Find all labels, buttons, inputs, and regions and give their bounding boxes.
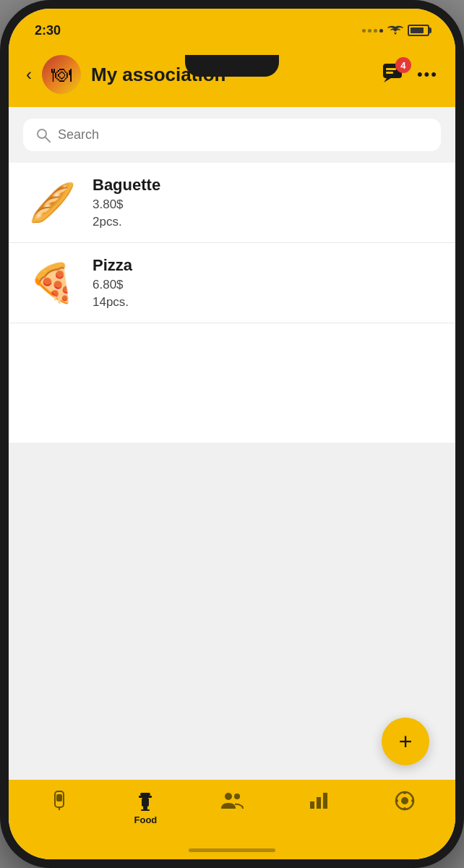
svg-rect-8	[56, 794, 62, 801]
svg-point-4	[38, 129, 46, 138]
food-price-baguette: 3.80$	[93, 197, 160, 212]
food-image-pizza: 🍕	[26, 257, 78, 309]
food-price-pizza: 6.80$	[93, 278, 132, 292]
svg-line-5	[46, 137, 50, 142]
food-name-baguette: Baguette	[93, 176, 160, 195]
content-spacer	[9, 443, 455, 723]
phone-frame: 2:30 ‹	[0, 0, 464, 868]
svg-rect-9	[140, 793, 150, 796]
settings-icon	[394, 790, 416, 812]
svg-rect-11	[142, 798, 149, 807]
search-container	[9, 107, 455, 163]
battery-icon	[408, 25, 429, 36]
status-icons	[362, 25, 429, 36]
svg-rect-2	[386, 68, 396, 70]
nav-item-drink[interactable]	[16, 790, 103, 814]
notification-badge: 4	[395, 57, 411, 73]
add-food-button[interactable]: +	[382, 718, 429, 765]
home-indicator	[189, 848, 275, 852]
food-details-baguette: Baguette 3.80$ 2pcs.	[93, 176, 160, 229]
food-list: 🥖 Baguette 3.80$ 2pcs. 🍕 Pizza 6.80$ 14p…	[9, 163, 455, 443]
svg-rect-18	[323, 793, 327, 809]
svg-rect-16	[310, 801, 314, 809]
avatar: 🍽	[42, 55, 81, 94]
svg-point-14	[225, 793, 232, 800]
header-actions: 4 •••	[382, 63, 438, 86]
status-bar: 2:30	[9, 9, 455, 46]
back-button[interactable]: ‹	[26, 64, 32, 85]
nav-label-food: Food	[134, 814, 158, 825]
phone-screen: 2:30 ‹	[9, 9, 455, 859]
food-image-baguette: 🥖	[26, 176, 78, 229]
svg-point-15	[234, 793, 240, 799]
svg-rect-13	[141, 809, 150, 811]
food-details-pizza: Pizza 6.80$ 14pcs.	[93, 256, 132, 310]
search-input[interactable]	[58, 127, 428, 142]
svg-point-21	[403, 791, 406, 794]
svg-point-23	[395, 799, 398, 802]
drink-icon	[49, 790, 69, 812]
food-quantity-baguette: 2pcs.	[93, 215, 160, 229]
fab-container: +	[9, 722, 455, 780]
food-quantity-pizza: 14pcs.	[93, 295, 132, 310]
more-button[interactable]: •••	[417, 65, 438, 84]
svg-point-20	[401, 797, 408, 804]
notch	[185, 55, 279, 77]
nav-item-stats[interactable]	[275, 790, 362, 813]
nav-item-settings[interactable]	[361, 790, 448, 814]
nav-item-food[interactable]: Food	[103, 790, 189, 825]
svg-rect-3	[386, 72, 393, 74]
search-bar	[23, 119, 441, 151]
signal-icon	[362, 29, 383, 33]
avatar-image: 🍽	[42, 55, 81, 94]
bottom-nav: Food	[9, 780, 455, 859]
svg-point-24	[411, 799, 414, 802]
svg-rect-17	[317, 797, 321, 809]
people-icon	[220, 790, 244, 810]
food-nav-icon	[134, 790, 156, 812]
wifi-icon	[387, 25, 403, 36]
chat-button[interactable]: 4	[382, 63, 405, 86]
svg-rect-10	[139, 796, 152, 798]
content-area: 🥖 Baguette 3.80$ 2pcs. 🍕 Pizza 6.80$ 14p…	[9, 107, 455, 722]
svg-point-22	[403, 807, 406, 810]
svg-marker-1	[384, 78, 391, 82]
svg-rect-12	[143, 807, 147, 809]
food-item-pizza[interactable]: 🍕 Pizza 6.80$ 14pcs.	[9, 243, 455, 323]
nav-item-people[interactable]	[189, 790, 275, 813]
stats-icon	[309, 790, 329, 810]
food-name-pizza: Pizza	[93, 256, 132, 275]
food-item-baguette[interactable]: 🥖 Baguette 3.80$ 2pcs.	[9, 163, 455, 243]
status-time: 2:30	[35, 23, 61, 38]
search-icon	[36, 128, 51, 142]
